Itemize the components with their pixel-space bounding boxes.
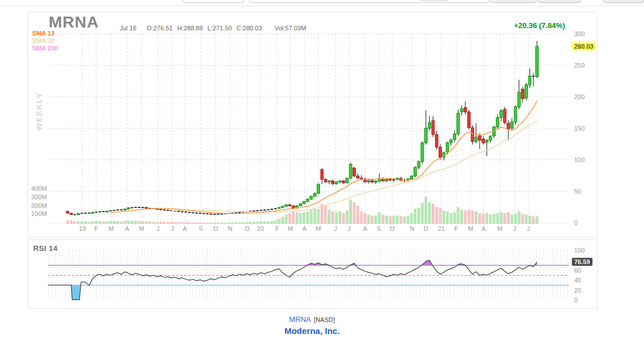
candle-up	[106, 211, 109, 213]
candle-up	[368, 180, 370, 182]
candle-doji	[199, 213, 202, 214]
volume-bar	[120, 222, 123, 224]
toolbar-inline-pill[interactable]	[420, 0, 449, 2]
volume-bar	[195, 222, 198, 224]
legend-sma-30: SMA 30	[32, 37, 58, 45]
toolbar-input-small[interactable]	[183, 0, 244, 3]
volume-bar	[346, 210, 349, 224]
candle-up	[500, 111, 503, 117]
candle-up	[328, 181, 331, 182]
volume-bar	[216, 223, 219, 224]
footer-symbol[interactable]: MRNA	[289, 315, 311, 324]
candle-up	[127, 208, 130, 209]
rsi-canvas[interactable]: 100806040200	[28, 240, 597, 308]
svg-text:A: A	[363, 225, 368, 232]
candle-down	[66, 211, 69, 213]
volume-bar	[274, 220, 277, 224]
candle-up	[349, 164, 352, 178]
candle-down	[145, 207, 148, 209]
volume-bar	[242, 222, 244, 224]
volume-bar	[145, 221, 148, 224]
candle-doji	[73, 214, 76, 215]
volume-axis-labels: 400M300M200M100M	[31, 185, 47, 217]
volume-bar	[163, 222, 166, 224]
volume-bar	[295, 212, 298, 224]
svg-text:F: F	[275, 225, 279, 232]
volume-bar	[138, 221, 141, 224]
svg-text:S: S	[199, 225, 203, 232]
candle-doji	[271, 209, 274, 210]
candle-doji	[213, 214, 216, 215]
volume-bar	[485, 213, 488, 224]
volume-bar	[425, 197, 428, 224]
volume-bar	[188, 222, 191, 224]
candle-doji	[159, 209, 162, 210]
svg-text:40: 40	[574, 277, 581, 284]
last-price-badge: 280.03	[572, 42, 596, 50]
svg-text:O: O	[390, 225, 395, 232]
quote-close: C:280.03	[236, 25, 262, 32]
volume-bar	[475, 211, 477, 224]
candle-up	[511, 122, 513, 128]
volume-bar	[292, 211, 295, 224]
candle-down	[479, 136, 481, 140]
toolbar-button-1[interactable]	[491, 0, 536, 3]
candle-up	[446, 143, 449, 152]
candle-down	[464, 108, 467, 112]
volume-bar	[213, 222, 216, 224]
volume-bar	[507, 212, 509, 224]
volume-bar	[159, 222, 162, 224]
candle-down	[432, 121, 434, 135]
volume-bar	[496, 213, 499, 224]
toolbar-button-2[interactable]	[538, 0, 581, 3]
toolbar-input-large[interactable]	[249, 0, 489, 3]
svg-text:60: 60	[574, 267, 581, 274]
volume-bar	[289, 214, 291, 224]
candle-down	[389, 179, 392, 180]
volume-bar	[385, 215, 388, 224]
volume-bar	[460, 210, 463, 224]
volume-bar	[503, 213, 506, 224]
volume-bar	[95, 221, 98, 224]
volume-bar	[77, 222, 80, 224]
change-label: +20.36 (7.84%)	[514, 21, 565, 30]
candle-doji	[167, 210, 169, 211]
volume-bar	[403, 217, 406, 224]
candle-up	[536, 46, 539, 77]
svg-text:J: J	[156, 225, 160, 232]
volume-bar	[184, 222, 187, 224]
volume-bar	[342, 213, 345, 224]
candle-up	[450, 140, 453, 143]
volume-bar	[378, 212, 381, 224]
candle-down	[292, 206, 295, 208]
volume-bar	[471, 210, 474, 224]
toolbar-button-3[interactable]	[603, 0, 644, 3]
candle-up	[460, 109, 463, 112]
svg-text:50: 50	[574, 188, 581, 195]
candle-up	[124, 209, 127, 210]
volume-bar	[521, 214, 524, 224]
volume-bar	[374, 215, 377, 224]
volume-bar	[263, 222, 266, 224]
volume-bar	[109, 221, 112, 224]
volume-bar	[410, 213, 413, 224]
volume-bar	[192, 222, 195, 224]
candle-up	[528, 76, 531, 85]
volume-bar	[124, 221, 127, 224]
volume-bar	[331, 211, 334, 224]
volume-bar	[478, 213, 481, 224]
candle-up	[410, 176, 413, 179]
svg-text:M: M	[108, 225, 113, 232]
volume-bar	[167, 222, 169, 224]
candle-down	[521, 89, 524, 99]
candles-layer[interactable]	[66, 41, 539, 215]
volume-bar	[453, 212, 456, 224]
candle-doji	[263, 210, 266, 211]
price-chart-canvas[interactable]: 19FMAMJJASOND20FMAMJJASOND21FMAMJJ300250…	[28, 12, 597, 237]
volume-bar	[349, 199, 352, 224]
volume-bar	[517, 211, 520, 224]
volume-bar	[338, 211, 341, 224]
volume-bar	[457, 207, 460, 224]
volume-bar	[66, 221, 69, 224]
symbol-title: MRNA	[49, 13, 99, 32]
